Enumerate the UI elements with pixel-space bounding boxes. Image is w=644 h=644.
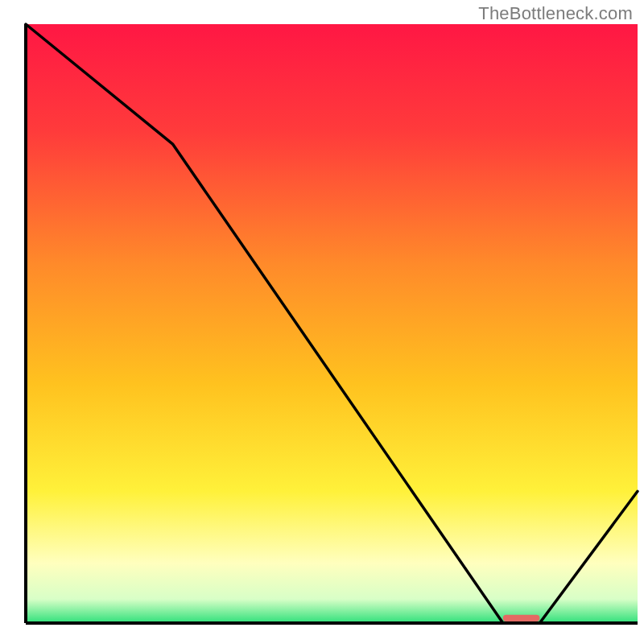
optimal-range-marker: [503, 615, 540, 621]
chart-container: TheBottleneck.com: [0, 0, 644, 644]
gradient-background: [26, 24, 638, 623]
bottleneck-chart: [0, 0, 644, 644]
